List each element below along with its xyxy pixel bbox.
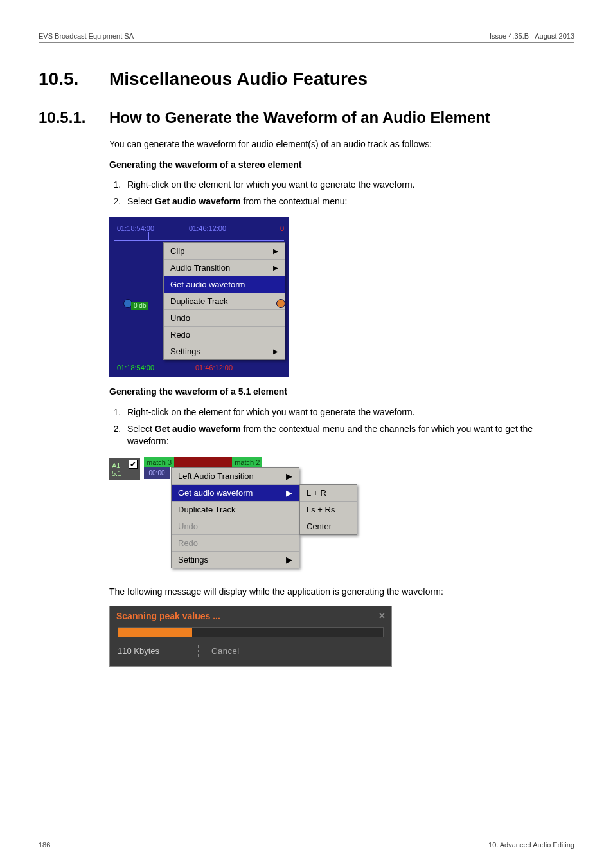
track-id-b: 5.1 <box>112 469 138 477</box>
menu-item-get-audio-waveform[interactable]: Get audio waveform ▶ <box>172 485 299 502</box>
match-gap <box>174 457 232 467</box>
menu-item-redo[interactable]: Redo <box>164 327 285 343</box>
page-header: EVS Broadcast Equipment SA Issue 4.35.B … <box>39 32 574 43</box>
timecode-row-top: 01:18:54:00 01:46:12:00 0 <box>112 221 287 236</box>
chevron-right-icon: ▶ <box>273 264 278 271</box>
context-menu-panel: Clip ▶ Audio Transition ▶ Get audio wave… <box>163 242 285 360</box>
section-number-2: 10.5.1. <box>39 109 109 127</box>
chevron-right-icon: ▶ <box>286 471 292 481</box>
scanning-dialog: Scanning peak values ... × 110 Kbytes Ca… <box>109 606 392 667</box>
menu-item-left-audio-transition[interactable]: Left Audio Transition ▶ <box>172 468 299 485</box>
section-title-1: 10.5. Miscellaneous Audio Features <box>39 69 574 89</box>
menu-item-get-audio-waveform[interactable]: Get audio waveform <box>164 276 285 293</box>
stereo-step-1: Right-click on the element for which you… <box>123 179 574 192</box>
menu-item-audio-transition[interactable]: Audio Transition ▶ <box>164 260 285 276</box>
progress-fill <box>118 628 192 637</box>
stereo-step-2: Select Get audio waveform from the conte… <box>123 195 574 208</box>
after-menu2-text: The following message will display while… <box>109 586 574 599</box>
intro-text: You can generate the waveform for audio … <box>109 138 574 151</box>
footer-page-number: 186 <box>39 841 50 849</box>
progress-size-label: 110 Kbytes <box>118 646 159 656</box>
menu-item-redo-disabled: Redo <box>172 535 299 552</box>
waveform-channel-submenu: L + R Ls + Rs Center <box>299 484 357 535</box>
track-badge: A1 5.1 ✔ <box>109 458 140 480</box>
timecode-bottom-mid: 01:46:12:00 <box>195 360 233 375</box>
footer-section: 10. Advanced Audio Editing <box>488 841 574 849</box>
close-icon[interactable]: × <box>379 610 385 622</box>
section-title-2: 10.5.1. How to Generate the Waveform of … <box>39 109 574 127</box>
timecode-top-right: 0 <box>280 221 284 236</box>
menu-item-duplicate-track[interactable]: Duplicate Track <box>172 502 299 518</box>
timecode-row-bottom: 01:18:54:00 01:46:12:00 <box>112 360 287 375</box>
menu-item-undo[interactable]: Undo <box>164 310 285 327</box>
menu-item-clip[interactable]: Clip ▶ <box>164 243 285 260</box>
chevron-right-icon: ▶ <box>286 555 292 565</box>
header-right: Issue 4.35.B - August 2013 <box>490 32 574 40</box>
submenu-item-center[interactable]: Center <box>300 518 357 534</box>
track-enabled-checkbox[interactable]: ✔ <box>129 460 138 469</box>
section-heading-2: How to Generate the Waveform of an Audio… <box>109 109 490 127</box>
context-menu-panel-5-1: Left Audio Transition ▶ Get audio wavefo… <box>171 467 299 568</box>
chevron-right-icon: ▶ <box>273 248 278 255</box>
header-left: EVS Broadcast Equipment SA <box>39 32 134 40</box>
time-box: 00:00 <box>144 467 170 479</box>
section-heading-1: Miscellaneous Audio Features <box>109 69 368 89</box>
context-menu-stereo: 01:18:54:00 01:46:12:00 0 0 db Clip ▶ Au… <box>109 217 289 377</box>
stereo-subheading: Generating the waveform of a stereo elem… <box>109 159 574 172</box>
fiveone-step-2: Select Get audio waveform from the conte… <box>123 423 574 448</box>
cancel-button[interactable]: Cancel <box>198 644 253 658</box>
timecode-bottom-left: 01:18:54:00 <box>117 360 154 375</box>
dialog-title: Scanning peak values ... <box>116 611 220 621</box>
match-segment-2: match 2 <box>232 457 262 467</box>
fiveone-subheading: Generating the waveform of a 5.1 element <box>109 386 574 399</box>
menu-item-undo-disabled: Undo <box>172 518 299 535</box>
menu-item-duplicate-track[interactable]: Duplicate Track <box>164 293 285 310</box>
page-footer: 186 10. Advanced Audio Editing <box>39 838 574 849</box>
context-menu-5-1: A1 5.1 ✔ match 3 match 2 00:00 Left Audi… <box>109 457 386 579</box>
submenu-item-ls-rs[interactable]: Ls + Rs <box>300 502 357 518</box>
fiveone-steps: Right-click on the element for which you… <box>123 406 574 448</box>
fiveone-step-1: Right-click on the element for which you… <box>123 406 574 419</box>
match-bar: match 3 match 2 <box>144 457 262 467</box>
db-level-tag: 0 db <box>131 302 148 310</box>
stereo-steps: Right-click on the element for which you… <box>123 179 574 208</box>
chevron-right-icon: ▶ <box>286 488 292 498</box>
dialog-titlebar: Scanning peak values ... × <box>110 606 391 627</box>
menu-item-settings[interactable]: Settings ▶ <box>172 552 299 568</box>
timeline-ticks <box>114 236 284 241</box>
progress-bar <box>118 627 384 637</box>
match-segment-1: match 3 <box>144 457 174 467</box>
menu-item-settings[interactable]: Settings ▶ <box>164 343 285 359</box>
chevron-right-icon: ▶ <box>273 348 278 355</box>
submenu-item-l-r[interactable]: L + R <box>300 485 357 502</box>
section-number-1: 10.5. <box>39 69 109 89</box>
